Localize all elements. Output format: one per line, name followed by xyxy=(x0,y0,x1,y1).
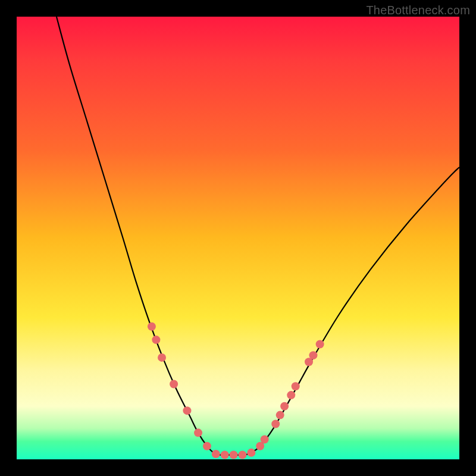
curve-marker xyxy=(194,428,202,437)
curve-marker xyxy=(271,419,280,428)
curve-marker xyxy=(158,353,166,362)
curve-marker xyxy=(170,380,178,389)
curve-marker xyxy=(247,449,255,457)
curve-marker xyxy=(212,450,220,458)
watermark-text: TheBottleneck.com xyxy=(366,4,470,17)
curve-marker xyxy=(221,451,229,459)
chart-frame: TheBottleneck.com xyxy=(0,0,476,476)
curve-marker xyxy=(152,336,160,344)
curve-marker xyxy=(292,382,300,390)
curve-marker xyxy=(230,451,238,459)
curve-marker xyxy=(203,442,211,450)
curve-marker xyxy=(280,402,289,411)
curve-marker xyxy=(316,340,324,349)
curve-marker xyxy=(309,351,317,359)
curve-marker xyxy=(261,436,269,444)
curve-markers xyxy=(148,322,324,459)
curve-marker xyxy=(183,406,191,415)
curve-svg xyxy=(17,17,459,459)
plot-area xyxy=(17,17,459,459)
bottleneck-curve xyxy=(57,17,459,455)
curve-marker xyxy=(287,391,295,399)
curve-marker xyxy=(148,322,156,331)
curve-marker xyxy=(276,411,284,419)
curve-marker xyxy=(238,451,246,459)
